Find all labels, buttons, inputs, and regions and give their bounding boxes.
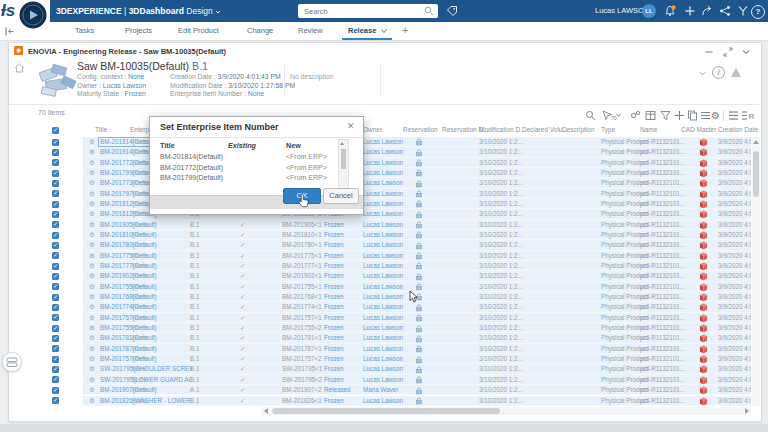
row-checkbox[interactable]: ✓ <box>52 180 59 187</box>
tab-review[interactable]: Review <box>298 22 323 39</box>
cell-owner[interactable]: Lucas Lawson <box>363 396 403 406</box>
table-row[interactable]: ✓⚙BM-201799(Default)NoneB.1✓BM-201799<1.… <box>35 168 751 178</box>
grid-search-icon[interactable] <box>585 110 596 121</box>
cell-owner[interactable]: Lucas Lawson <box>363 333 403 343</box>
table-row[interactable]: ✓⚙SW-201795(SHOULDER SCREW - FI...NoneB.… <box>35 364 751 374</box>
cell-owner[interactable]: Lucas Lawson <box>363 158 403 168</box>
cell-owner[interactable]: Lucas Lawson <box>363 261 403 271</box>
cell-owner[interactable]: Lucas Lawson <box>363 147 403 157</box>
help-icon[interactable]: ? <box>751 5 765 19</box>
selection-count-icon[interactable]: 70 <box>602 110 622 121</box>
cell-owner[interactable]: Lucas Lawson <box>363 189 403 199</box>
table-row[interactable]: ✓⚙BM-201780(Default)NoneB.1✓BM-201780<1.… <box>35 240 751 250</box>
cell-owner[interactable]: Lucas Lawson <box>363 137 403 147</box>
cell-owner[interactable]: Lucas Lawson <box>363 199 403 209</box>
tab-projects[interactable]: Projects <box>125 22 152 39</box>
window-chevron-icon[interactable] <box>741 47 751 57</box>
row-checkbox[interactable]: ✓ <box>52 397 59 404</box>
row-checkbox[interactable]: ✓ <box>52 294 59 301</box>
tab-release[interactable]: Release <box>348 22 376 39</box>
compare-view-icon[interactable]: R <box>741 110 754 121</box>
column-header-creation-date[interactable]: Creation Date <box>718 123 758 137</box>
row-checkbox[interactable]: ✓ <box>52 356 59 363</box>
column-header-type[interactable]: Type <box>601 123 615 137</box>
row-checkbox[interactable]: ✓ <box>52 190 59 197</box>
row-checkbox[interactable]: ✓ <box>52 283 59 290</box>
compass-badge-icon[interactable] <box>19 1 47 29</box>
cell-owner[interactable]: Lucas Lawson <box>363 375 403 385</box>
column-header-description[interactable]: Description <box>562 123 595 137</box>
cell-owner[interactable]: Lucas Lawson <box>363 354 403 364</box>
add-icon[interactable] <box>684 5 696 17</box>
dialog-close-icon[interactable]: ✕ <box>347 121 355 131</box>
cell-owner[interactable]: Lucas Lawson <box>363 292 403 302</box>
share-view-icon[interactable] <box>630 110 641 121</box>
dialog-scroll-thumb[interactable] <box>341 149 346 169</box>
row-checkbox[interactable]: ✓ <box>52 263 59 270</box>
column-header-name[interactable]: Name <box>640 123 657 137</box>
column-header-modification-d-[interactable]: Modification D... <box>479 123 526 137</box>
tab-change[interactable]: Change <box>247 22 273 39</box>
table-row[interactable]: ✓⚙BM-201902(Default)NoneB.1✓BM-201902<1.… <box>35 271 751 281</box>
platform-widget-button[interactable] <box>2 352 22 372</box>
cell-owner[interactable]: Lucas Lawson <box>363 251 403 261</box>
row-checkbox[interactable]: ✓ <box>52 304 59 311</box>
select-all-checkbox[interactable]: ✓ <box>52 127 59 134</box>
home-icon[interactable] <box>14 63 25 73</box>
share-nodes-icon[interactable] <box>719 5 731 17</box>
cell-owner[interactable]: Lucas Lawson <box>363 344 403 354</box>
row-checkbox[interactable]: ✓ <box>52 252 59 259</box>
search-icon[interactable] <box>424 6 434 16</box>
notifications-bell-icon[interactable] <box>664 5 676 17</box>
add-tab-button[interactable]: + <box>402 22 408 39</box>
row-checkbox[interactable]: ✓ <box>52 170 59 177</box>
table-row[interactable]: ✓⚙BM-201797(Default)NoneB.1✓BM-201797<1.… <box>35 189 751 199</box>
info-chevron-icon[interactable] <box>698 69 707 78</box>
table-row[interactable]: ✓⚙BM-201774(Default)NoneB.1✓BM-201774<1.… <box>35 302 751 312</box>
table-row[interactable]: ✓⚙BM-201773(Default)NoneB.1✓BM-201773<1.… <box>35 178 751 188</box>
cell-owner[interactable]: Lucas Lawson <box>363 364 403 374</box>
cancel-button[interactable]: Cancel <box>323 188 359 204</box>
cell-owner[interactable]: Lucas Lawson <box>363 209 403 219</box>
row-checkbox[interactable]: ✓ <box>52 201 59 208</box>
row-checkbox[interactable]: ✓ <box>52 139 59 146</box>
subscribe-triangle-icon[interactable] <box>731 68 741 77</box>
cell-owner[interactable]: Lucas Lawson <box>363 282 403 292</box>
table-row[interactable]: ✓⚙BM-201826(WASHER - LOWER GUA...NoneB.1… <box>35 396 751 406</box>
expand-icon[interactable] <box>723 47 733 57</box>
row-checkbox[interactable]: ✓ <box>52 149 59 156</box>
release-tab-chevron-icon[interactable] <box>380 27 388 35</box>
row-checkbox[interactable]: ✓ <box>52 242 59 249</box>
object-revision[interactable]: B.1 <box>192 60 208 72</box>
table-row[interactable]: ✓⚙BM-201812(Default)NoneB.1✓BM-201812<2.… <box>35 199 751 209</box>
row-checkbox[interactable]: ✓ <box>52 211 59 218</box>
search-input[interactable] <box>302 4 424 20</box>
dashboard-chevron-icon[interactable] <box>215 9 221 15</box>
user-avatar[interactable]: LL <box>642 4 656 18</box>
row-checkbox[interactable]: ✓ <box>52 366 59 373</box>
table-row[interactable]: ✓⚙BM-201787(Default)NoneB.1✓BM-201787<1.… <box>35 344 751 354</box>
add-item-icon[interactable] <box>674 110 685 121</box>
horizontal-scroll-thumb[interactable] <box>272 408 500 414</box>
row-height-icon[interactable] <box>700 110 711 121</box>
column-header-cad-master[interactable]: CAD Master <box>681 123 716 137</box>
cell-owner[interactable]: Lucas Lawson <box>363 220 403 230</box>
table-row[interactable]: ✓⚙BM-201772(Default)NoneB.1✓BM-201772<1.… <box>35 158 751 168</box>
column-header-title[interactable]: Title <box>95 123 107 137</box>
minimize-icon[interactable] <box>704 47 714 57</box>
table-row[interactable]: ✓⚙BM-201905(Default)NoneB.1✓BM-201905<1.… <box>35 220 751 230</box>
tab-edit-product[interactable]: Edit Product <box>178 22 219 39</box>
column-header-declared-volu-[interactable]: Declared Volu... <box>522 123 568 137</box>
table-row[interactable]: ✓⚙BM-201755(Default)NoneB.1✓BM-201755<2.… <box>35 323 751 333</box>
column-header-owner[interactable]: Owner <box>363 123 382 137</box>
table-row[interactable]: ✓⚙BM-201810(Default)NoneB.1✓BM-201810<1.… <box>35 230 751 240</box>
row-checkbox[interactable]: ✓ <box>52 335 59 342</box>
scroll-left-arrow[interactable] <box>264 408 268 414</box>
row-checkbox[interactable]: ✓ <box>52 273 59 280</box>
cell-owner[interactable]: Lucas Lawson <box>363 271 403 281</box>
vertical-scrollbar[interactable] <box>752 137 760 406</box>
tab-tasks[interactable]: Tasks <box>75 22 94 39</box>
vertical-scroll-thumb[interactable] <box>753 151 759 197</box>
row-checkbox[interactable]: ✓ <box>52 221 59 228</box>
3dswym-icon[interactable] <box>737 5 749 17</box>
